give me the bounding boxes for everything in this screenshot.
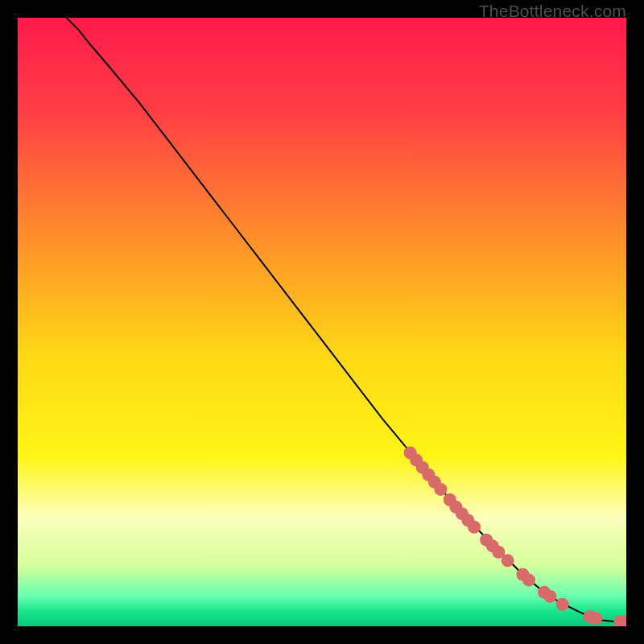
chart-svg: [18, 18, 626, 626]
plot-area: [18, 18, 626, 626]
data-marker: [589, 612, 602, 625]
data-marker: [522, 574, 535, 587]
chart-frame: TheBottleneck.com: [0, 0, 644, 644]
data-marker: [468, 521, 481, 534]
data-marker: [434, 483, 447, 496]
data-marker: [502, 554, 514, 567]
data-marker: [556, 598, 569, 611]
data-marker: [544, 590, 557, 603]
gradient-background: [18, 18, 626, 626]
